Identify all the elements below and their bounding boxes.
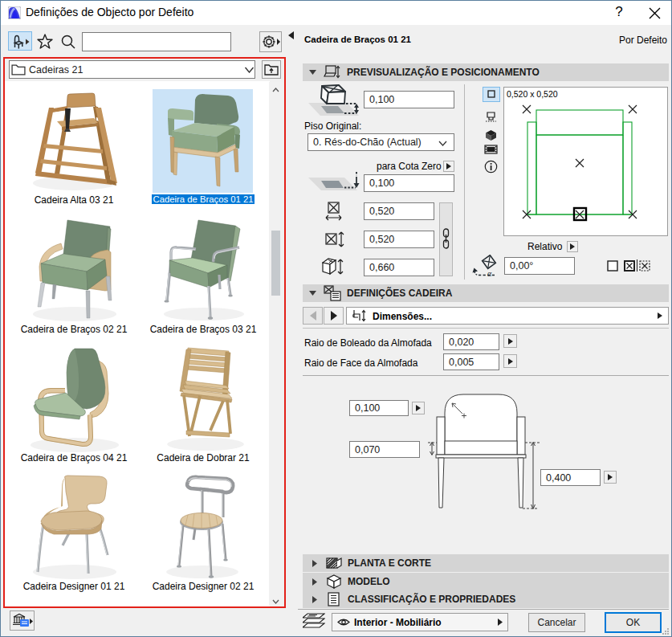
- svg-text:α: α: [487, 269, 492, 278]
